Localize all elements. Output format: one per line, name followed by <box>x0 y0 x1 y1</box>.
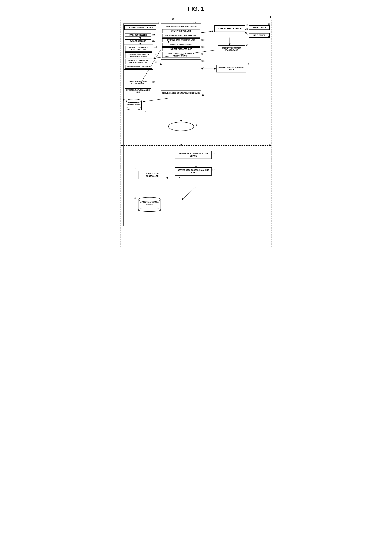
server-main-controller-box: SERVER MAIN CONTROLLER <box>138 171 166 179</box>
ref-15: 15 <box>202 94 204 96</box>
ref-3: 3 <box>196 124 197 126</box>
storing-data-transfer-unit-box: STORING DATA TRANSFER UNIT <box>162 38 200 42</box>
input-device-box: INPUT DEVICE <box>249 33 270 38</box>
ref-11: 11 <box>157 22 159 24</box>
terminal-side-communication-device-box: TERMINAL SIDE COMMUNICATION DEVICE <box>161 90 201 96</box>
security-operation-executing-title: SECURITY OPERATION EXECUTING UNIT <box>125 46 152 52</box>
ref-21: 21 <box>135 167 137 170</box>
main-controller-box: MAIN CONTROLLER <box>125 33 151 37</box>
display-device-box: DISPLAY DEVICE <box>249 25 270 30</box>
ref-18: 18 <box>268 23 270 26</box>
ref-114: 114 <box>152 81 155 83</box>
ref-2: 2 <box>269 144 271 146</box>
server-data-cylinder-bottom <box>138 208 161 212</box>
ref-1131: 1131 <box>154 53 157 55</box>
ref-16: 16 <box>247 63 249 65</box>
data-transfer-destination-selecting-unit-box: DATA TRANSFER DESTINATION SELECTING UNIT <box>162 52 200 58</box>
data-access-managing-device-title: DATA ACCESS MANAGING DEVICE <box>162 25 200 28</box>
connection-state-judging-device-box: CONNECTION STATE JUDGING DEVICE <box>216 65 246 72</box>
indirect-transfer-unit-box: INDIRECT TRANSFER UNIT <box>162 43 200 47</box>
terminal-data-cylinder-bottom <box>126 107 142 110</box>
terminal-data-storing-device-label: TERMINAL DATA STORING DEVICE <box>126 101 142 105</box>
updated-data-managing-unit-box: UPDATED DATA MANAGING UNIT <box>125 88 151 94</box>
ref-1133: 1133 <box>154 69 157 71</box>
ref-14: 14 <box>123 98 125 101</box>
updated-confidential-data-transfer-unit-box: UPDATED CONFIDENTIAL DATA TRANSFER UNIT <box>125 58 152 64</box>
processing-data-transfer-unit-box: PROCESSING DATA TRANSFER UNIT <box>162 34 200 38</box>
ref-121: 121 <box>201 31 204 33</box>
ref-12: 12 <box>193 22 196 24</box>
sophisticated-lock-unit-box: SOPHISTICATED LOCK UNIT <box>125 65 152 69</box>
ref-17: 17 <box>246 44 248 46</box>
ref-13: 13 <box>246 24 248 26</box>
data-access-managing-device-box: DATA ACCESS MANAGING DEVICE USER INTERFA… <box>161 24 201 60</box>
ref-123: 123 <box>201 46 204 48</box>
ref-24: 24 <box>212 152 215 155</box>
data-processing-device-title: DATA PROCESSING DEVICE <box>124 25 156 30</box>
ref-19: 19 <box>268 36 270 38</box>
direct-transfer-unit-box: DIRECT TRANSFER UNIT <box>162 47 200 51</box>
user-interface-unit-box: USER INTERFACE UNIT <box>162 29 200 33</box>
ref-112: 112 <box>152 40 155 42</box>
ref-125: 125 <box>201 60 204 62</box>
ref-111: 111 <box>152 34 155 36</box>
ref-22: 22 <box>212 169 215 172</box>
ref-115: 115 <box>143 110 146 113</box>
server-data-storing-device-label: SERVER DATA STORING DEVICE <box>138 201 161 205</box>
server-data-access-managing-device-box: SERVER DATA ACCESS MANAGING DEVICE <box>175 167 212 176</box>
previous-confidential-data-erasing-unit-box: PREVIOUS CONFIDENTIAL DATA ERASING UNIT <box>125 52 152 58</box>
server-side-communication-device-box: SERVER SIDE COMMUNICATION DEVICE <box>175 151 212 159</box>
figure-title: FIG. 1 <box>121 4 271 15</box>
svg-point-18 <box>169 122 194 131</box>
ref-126: 126 <box>201 67 204 69</box>
ref-113: 113 <box>154 46 157 48</box>
ref-23: 23 <box>134 197 136 199</box>
system-2-border <box>121 145 271 247</box>
ref-10: 10 <box>171 18 175 20</box>
confidential-data-managing-unit-box: CONFIDENTIAL DATA MANAGING UNIT <box>125 80 151 86</box>
security-operation-executing-outer: SECURITY OPERATION EXECUTING UNIT PREVIO… <box>124 45 153 70</box>
security-operation-start-device-box: SECURITY OPERATION START DEVICE <box>218 46 245 53</box>
ref-122: 122 <box>201 39 204 41</box>
data-processor-box: DATA PROCESSOR <box>125 39 151 43</box>
ref-124: 124 <box>201 53 204 55</box>
ref-1: 1 <box>270 16 271 18</box>
ref-1132: 1132 <box>154 61 157 63</box>
user-interface-device-box: USER INTERFACE DEVICE <box>215 25 245 32</box>
network-ellipse <box>168 122 194 131</box>
